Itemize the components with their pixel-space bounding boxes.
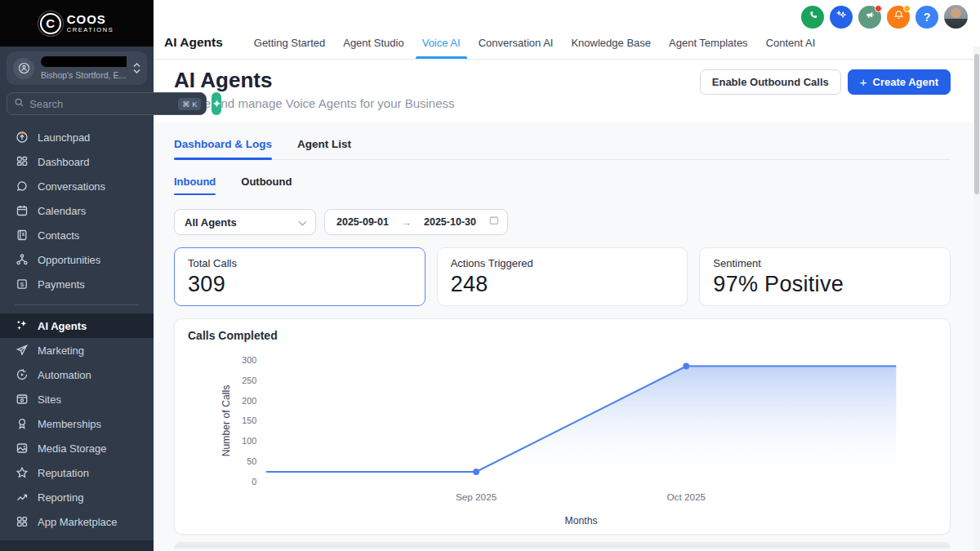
sidebar-item-marketing[interactable]: Marketing bbox=[0, 338, 154, 362]
stat-card-sentiment[interactable]: Sentiment 97% Positive bbox=[699, 247, 951, 306]
ai-sparkles-icon bbox=[16, 319, 29, 332]
tab-agent-templates[interactable]: Agent Templates bbox=[668, 27, 749, 59]
tab-content-ai[interactable]: Content AI bbox=[765, 27, 817, 59]
ai-tools-button[interactable] bbox=[830, 6, 853, 29]
sidebar-item-ai-agents[interactable]: AI Agents bbox=[0, 313, 154, 338]
search-box[interactable]: ⌘ K bbox=[7, 92, 207, 115]
chat-bubble-icon bbox=[16, 180, 29, 193]
tab-agent-studio[interactable]: Agent Studio bbox=[342, 27, 404, 59]
tab-conversation-ai[interactable]: Conversation AI bbox=[478, 27, 555, 59]
ribbon-award-icon bbox=[16, 417, 29, 430]
sidebar-item-sites[interactable]: Sites bbox=[0, 387, 154, 411]
enable-outbound-calls-button[interactable]: Enable Outbound Calls bbox=[700, 69, 841, 95]
stats-row: Total Calls 309 Actions Triggered 248 Se… bbox=[174, 247, 951, 306]
brand-logo: C COOS CREATIONS bbox=[0, 0, 154, 47]
ai-assistant-button[interactable]: ✦ bbox=[212, 92, 221, 115]
sidebar-item-reporting[interactable]: Reporting bbox=[0, 485, 154, 509]
payments-dollar-icon: $ bbox=[16, 278, 29, 291]
svg-text:300: 300 bbox=[242, 355, 256, 365]
sidebar-item-dashboard[interactable]: Dashboard bbox=[0, 149, 154, 174]
svg-text:150: 150 bbox=[242, 415, 256, 425]
help-button[interactable]: ? bbox=[915, 6, 938, 29]
account-switcher[interactable]: Bishop's Stortford, E... bbox=[7, 51, 147, 85]
next-card-peek bbox=[174, 542, 951, 549]
phone-icon bbox=[807, 9, 819, 24]
svg-text:Number of Calls: Number of Calls bbox=[220, 385, 232, 457]
module-title[interactable]: AI Agents bbox=[164, 35, 223, 50]
scrollbar-thumb[interactable] bbox=[974, 54, 979, 194]
automation-play-icon bbox=[16, 368, 29, 381]
account-location-icon bbox=[13, 58, 34, 79]
topbar-actions: ? bbox=[801, 5, 968, 29]
tab-voice-ai[interactable]: Voice AI bbox=[421, 27, 461, 59]
svg-text:200: 200 bbox=[242, 396, 256, 406]
image-icon bbox=[16, 442, 29, 455]
notification-dot bbox=[875, 5, 882, 12]
sidebar-item-payments[interactable]: $ Payments bbox=[0, 272, 154, 296]
calls-completed-card: Calls Completed 050100150200250300Sep 20… bbox=[174, 318, 951, 535]
plus-icon: + bbox=[860, 75, 867, 89]
create-agent-button[interactable]: + Create Agent bbox=[848, 69, 951, 95]
sidebar-item-automation[interactable]: Automation bbox=[0, 362, 154, 387]
sidebar-item-conversations[interactable]: Conversations bbox=[0, 174, 154, 198]
page-title: AI Agents bbox=[174, 68, 272, 93]
sidebar-item-reputation[interactable]: Reputation bbox=[0, 460, 154, 485]
star-icon bbox=[16, 466, 29, 479]
search-icon bbox=[14, 96, 24, 111]
sidebar-item-media-storage[interactable]: Media Storage bbox=[0, 436, 154, 460]
contacts-book-icon bbox=[16, 229, 29, 242]
svg-text:Sep 2025: Sep 2025 bbox=[456, 491, 497, 502]
arrow-right-icon: → bbox=[401, 216, 412, 229]
phone-button[interactable] bbox=[801, 6, 824, 29]
svg-text:Months: Months bbox=[565, 515, 598, 527]
svg-text:50: 50 bbox=[247, 456, 256, 466]
stat-card-actions-triggered[interactable]: Actions Triggered 248 bbox=[437, 247, 688, 306]
account-subtitle: Bishop's Stortford, E... bbox=[41, 70, 127, 80]
filter-row: All Agents 2025-09-01 → 2025-10-30 bbox=[174, 209, 951, 235]
sidebar: C COOS CREATIONS Bishop's Stortford, E..… bbox=[0, 0, 154, 551]
stat-card-total-calls[interactable]: Total Calls 309 bbox=[174, 247, 425, 306]
trend-arrow-icon bbox=[16, 491, 29, 504]
sidebar-item-memberships[interactable]: Memberships bbox=[0, 411, 154, 436]
main-area: ? AI Agents Getting Started Agent Studio… bbox=[154, 0, 980, 551]
page-header: AI Agents Create and manage Voice Agents… bbox=[154, 60, 980, 122]
sidebar-bottom-strip bbox=[0, 540, 154, 551]
calendar-icon bbox=[488, 215, 500, 229]
announcements-button[interactable] bbox=[858, 6, 881, 29]
tab-knowledge-base[interactable]: Knowledge Base bbox=[570, 27, 652, 59]
avatar[interactable] bbox=[944, 5, 968, 29]
browser-window-icon bbox=[16, 393, 29, 406]
help-icon: ? bbox=[924, 11, 931, 24]
svg-text:100: 100 bbox=[242, 436, 256, 446]
app-grid-icon bbox=[16, 515, 29, 528]
search-input[interactable] bbox=[29, 98, 173, 110]
sidebar-item-opportunities[interactable]: Opportunities bbox=[0, 247, 154, 272]
direction-tabs: Inbound Outbound bbox=[174, 176, 951, 195]
tab-getting-started[interactable]: Getting Started bbox=[253, 27, 326, 59]
tab-dashboard-logs[interactable]: Dashboard & Logs bbox=[174, 138, 272, 159]
sidebar-item-calendars[interactable]: Calendars bbox=[0, 198, 154, 223]
dashboard-tabs: Dashboard & Logs Agent List bbox=[174, 138, 951, 160]
launchpad-icon bbox=[16, 131, 29, 144]
date-start: 2025-09-01 bbox=[336, 216, 389, 228]
tab-inbound[interactable]: Inbound bbox=[174, 176, 216, 195]
brand-logo-icon: C bbox=[40, 13, 61, 34]
svg-text:250: 250 bbox=[242, 375, 256, 385]
notifications-button[interactable] bbox=[887, 6, 910, 29]
tab-outbound[interactable]: Outbound bbox=[241, 176, 292, 195]
search-shortcut-badge: ⌘ K bbox=[178, 98, 201, 110]
date-range-picker[interactable]: 2025-09-01 → 2025-10-30 bbox=[324, 209, 508, 235]
account-switch-chevrons-icon bbox=[133, 63, 140, 73]
sidebar-item-contacts[interactable]: Contacts bbox=[0, 223, 154, 247]
sidebar-item-app-marketplace[interactable]: App Marketplace bbox=[0, 509, 154, 534]
agent-filter-select[interactable]: All Agents bbox=[174, 209, 316, 235]
chevron-down-icon bbox=[298, 215, 307, 229]
tab-agent-list[interactable]: Agent List bbox=[297, 138, 351, 159]
notification-dot bbox=[903, 5, 911, 12]
ai-sparkles-icon bbox=[835, 9, 848, 24]
svg-text:Oct 2025: Oct 2025 bbox=[666, 491, 706, 502]
sparkle-icon: ✦ bbox=[212, 97, 221, 110]
sidebar-item-launchpad[interactable]: Launchpad bbox=[0, 125, 154, 149]
chart-title: Calls Completed bbox=[188, 329, 950, 342]
calendar-icon bbox=[16, 204, 29, 217]
